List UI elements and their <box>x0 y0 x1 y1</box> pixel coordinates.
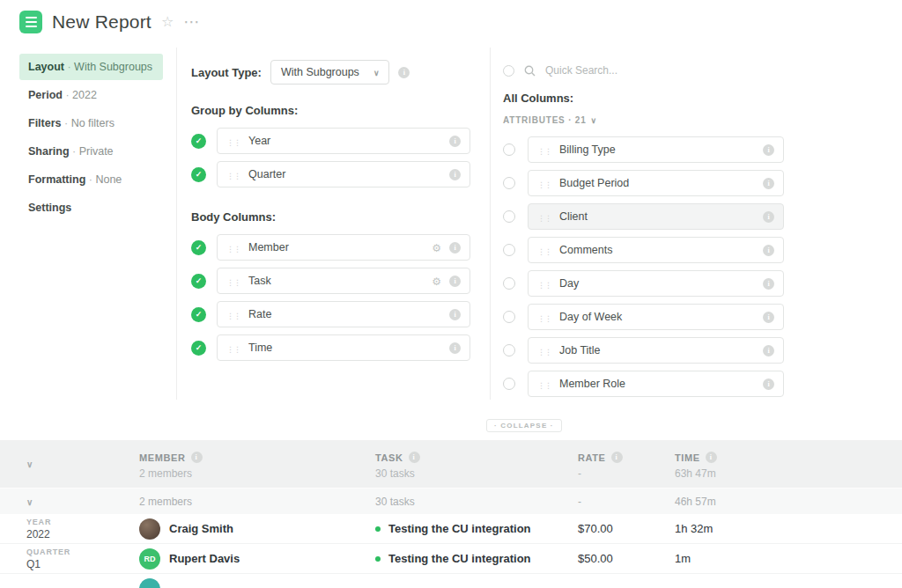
radio-icon[interactable] <box>503 210 515 223</box>
drag-handle-icon[interactable] <box>537 309 551 325</box>
available-column-row: Day of Week <box>503 304 784 330</box>
gear-icon[interactable] <box>432 273 441 289</box>
settings-sidebar: Layout With Subgroups Period 2022 Filter… <box>19 54 163 223</box>
drag-handle-icon[interactable] <box>226 273 240 289</box>
drag-handle-icon[interactable] <box>226 306 240 322</box>
radio-icon[interactable] <box>503 378 515 390</box>
column-chip-client[interactable]: Client <box>528 203 784 230</box>
layout-type-select[interactable]: With Subgroups <box>270 60 390 85</box>
info-icon[interactable] <box>763 211 774 223</box>
info-icon[interactable] <box>409 452 420 463</box>
column-chip-billing-type[interactable]: Billing Type <box>528 136 784 163</box>
column-chip-member-role[interactable]: Member Role <box>528 371 784 397</box>
sidebar-item-layout[interactable]: Layout With Subgroups <box>19 54 163 80</box>
member-name[interactable]: Craig Smith <box>169 522 233 535</box>
column-chip-quarter[interactable]: Quarter <box>217 161 470 187</box>
drag-handle-icon[interactable] <box>537 175 551 191</box>
info-icon[interactable] <box>449 276 461 287</box>
info-icon[interactable] <box>763 144 774 156</box>
more-menu-icon[interactable]: ⋯ <box>183 14 199 30</box>
column-chip-day-of-week[interactable]: Day of Week <box>528 304 784 330</box>
table-row[interactable]: QUARTER Q1 RD Rupert Davis Testing the C… <box>0 544 902 574</box>
drag-handle-icon[interactable] <box>537 142 551 158</box>
column-chip-rate[interactable]: Rate <box>217 301 470 327</box>
quick-search-input[interactable] <box>545 64 784 77</box>
info-icon[interactable] <box>763 345 774 356</box>
info-icon[interactable] <box>191 452 203 463</box>
collapse-group-icon[interactable] <box>26 496 33 508</box>
info-icon[interactable] <box>398 67 410 78</box>
column-chip-label: Rate <box>248 308 271 320</box>
info-icon[interactable] <box>449 136 461 147</box>
column-chip-year[interactable]: Year <box>217 128 470 154</box>
column-chip-member[interactable]: Member <box>217 234 470 261</box>
column-chip-task[interactable]: Task <box>217 268 470 294</box>
drag-handle-icon[interactable] <box>226 239 240 255</box>
info-icon[interactable] <box>706 452 717 463</box>
collapse-button[interactable]: · COLLAPSE · <box>486 419 562 432</box>
column-chip-comments[interactable]: Comments <box>528 237 784 263</box>
drag-handle-icon[interactable] <box>537 242 551 258</box>
drag-handle-icon[interactable] <box>537 276 551 291</box>
sidebar-item-sharing[interactable]: Sharing Private <box>19 138 163 165</box>
column-chip-day[interactable]: Day <box>528 270 784 297</box>
drag-handle-icon[interactable] <box>537 342 551 358</box>
info-icon[interactable] <box>449 309 461 320</box>
task-status-dot <box>375 526 381 532</box>
sidebar-item-formatting[interactable]: Formatting None <box>19 166 163 193</box>
member-name[interactable]: Rupert Davis <box>169 552 240 565</box>
radio-icon[interactable] <box>503 311 515 323</box>
info-icon[interactable] <box>763 379 774 390</box>
drag-handle-icon[interactable] <box>537 209 551 224</box>
sidebar-item-value: Private <box>72 145 114 158</box>
table-row[interactable]: YEAR 2022 Craig Smith Testing the CU int… <box>0 514 902 544</box>
drag-handle-icon[interactable] <box>226 340 240 356</box>
chevron-down-icon <box>373 66 380 78</box>
column-chip-time[interactable]: Time <box>217 334 470 361</box>
sidebar-item-settings[interactable]: Settings <box>19 195 163 221</box>
column-summary: 63h 47m <box>675 467 902 480</box>
radio-icon[interactable] <box>503 277 515 290</box>
column-chip-budget-period[interactable]: Budget Period <box>528 170 784 196</box>
info-icon[interactable] <box>763 178 774 189</box>
attributes-group-toggle[interactable]: ATTRIBUTES · 21 <box>503 115 784 125</box>
favorite-star-icon[interactable]: ☆ <box>161 15 174 29</box>
radio-icon[interactable] <box>503 344 515 356</box>
check-icon[interactable] <box>191 341 206 356</box>
subtotal-gutter <box>0 496 132 508</box>
layout-panel: Layout Type: With Subgroups Group by Col… <box>176 48 490 400</box>
info-icon[interactable] <box>763 312 774 323</box>
radio-icon[interactable] <box>503 143 515 156</box>
check-icon[interactable] <box>191 240 206 255</box>
radio-icon[interactable] <box>503 244 515 256</box>
table-row[interactable] <box>0 574 902 588</box>
sidebar-item-value: None <box>89 173 122 186</box>
task-cell[interactable]: Testing the CU integration <box>368 522 571 535</box>
radio-icon <box>503 65 514 77</box>
check-icon[interactable] <box>191 307 206 322</box>
info-icon[interactable] <box>449 342 461 354</box>
sidebar-item-filters[interactable]: Filters No filters <box>19 110 163 136</box>
info-icon[interactable] <box>449 169 461 180</box>
check-icon[interactable] <box>191 274 206 289</box>
info-icon[interactable] <box>763 245 774 256</box>
info-icon[interactable] <box>449 242 461 254</box>
info-icon[interactable] <box>763 278 774 290</box>
column-chip-label: Budget Period <box>559 177 629 189</box>
collapse-group-icon[interactable] <box>26 455 33 470</box>
available-column-row: Day <box>503 270 784 297</box>
column-chip-label: Day of Week <box>559 311 622 323</box>
check-icon[interactable] <box>191 134 206 149</box>
column-header-label: TIME <box>675 452 700 463</box>
drag-handle-icon[interactable] <box>226 133 240 149</box>
group-value: 2022 <box>26 528 132 540</box>
task-cell[interactable]: Testing the CU integration <box>368 552 571 565</box>
check-icon[interactable] <box>191 167 206 182</box>
gear-icon[interactable] <box>432 239 441 255</box>
radio-icon[interactable] <box>503 177 515 189</box>
column-chip-job-title[interactable]: Job Title <box>528 337 784 364</box>
info-icon[interactable] <box>611 452 623 463</box>
sidebar-item-period[interactable]: Period 2022 <box>19 82 163 108</box>
drag-handle-icon[interactable] <box>226 166 240 182</box>
drag-handle-icon[interactable] <box>537 376 551 392</box>
